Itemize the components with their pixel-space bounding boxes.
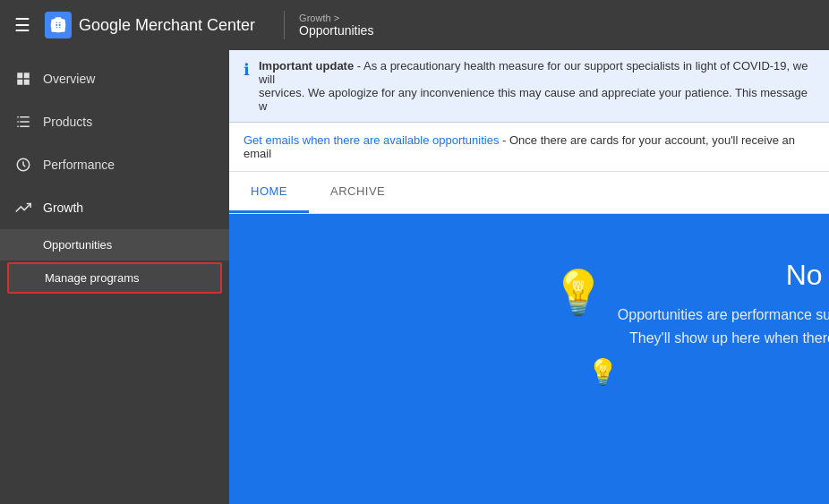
no-results-title: No re <box>786 259 829 292</box>
sidebar-item-products-label: Products <box>43 115 92 129</box>
alert-text: Important update - As a precautionary he… <box>259 59 815 113</box>
email-subscribe-bar: Get emails when there are available oppo… <box>229 123 829 172</box>
sidebar-item-opportunities[interactable]: Opportunities <box>0 229 229 261</box>
sidebar-item-performance[interactable]: Performance <box>0 143 229 186</box>
app-logo: Google Merchant Center <box>45 12 255 38</box>
google-logo-icon <box>45 12 72 38</box>
main-layout: Overview Products Performance <box>0 50 829 504</box>
list-icon <box>14 113 32 131</box>
sidebar-item-products[interactable]: Products <box>0 100 229 143</box>
grid-icon <box>14 70 32 88</box>
content-area: 💡 💡 No re Opportunities are performance … <box>229 214 829 504</box>
sidebar-item-growth-label: Growth <box>43 201 83 215</box>
bulb-large-icon: 💡 <box>551 268 605 318</box>
breadcrumb-parent: Growth > <box>299 13 373 23</box>
no-results-subtitle: Opportunities are performance sugg They'… <box>618 303 829 349</box>
email-subscribe-link[interactable]: Get emails when there are available oppo… <box>244 133 499 147</box>
trending-up-icon <box>14 199 32 217</box>
sidebar-item-manage-programs-label: Manage programs <box>45 271 140 285</box>
sidebar: Overview Products Performance <box>0 50 229 504</box>
sidebar-item-performance-label: Performance <box>43 158 115 172</box>
sidebar-item-manage-programs[interactable]: Manage programs <box>7 262 222 294</box>
bulb-small-icon: 💡 <box>587 357 619 387</box>
circle-arrow-icon <box>14 156 32 174</box>
breadcrumb-current: Opportunities <box>299 23 373 38</box>
breadcrumb: Growth > Opportunities <box>299 13 373 38</box>
tab-archive[interactable]: ARCHIVE <box>309 172 406 213</box>
app-header: ☰ Google Merchant Center Growth > Opport… <box>0 0 829 50</box>
main-content: ℹ Important update - As a precautionary … <box>229 50 829 504</box>
tab-home[interactable]: HOME <box>229 172 309 213</box>
tab-bar: HOME ARCHIVE <box>229 172 829 214</box>
header-divider <box>284 11 285 39</box>
hamburger-menu[interactable]: ☰ <box>14 14 30 36</box>
info-icon: ℹ <box>244 60 250 80</box>
alert-banner: ℹ Important update - As a precautionary … <box>229 50 829 123</box>
sidebar-item-opportunities-label: Opportunities <box>43 238 112 252</box>
sidebar-item-overview-label: Overview <box>43 72 95 86</box>
app-name: Google Merchant Center <box>79 16 255 35</box>
sidebar-item-overview[interactable]: Overview <box>0 57 229 100</box>
sidebar-item-growth[interactable]: Growth <box>0 186 229 229</box>
